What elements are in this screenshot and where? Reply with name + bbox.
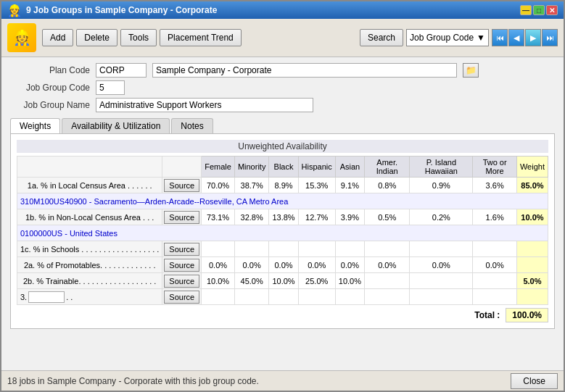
row-2b-source-button[interactable]: Source [164, 275, 199, 288]
delete-button[interactable]: Delete [76, 29, 117, 46]
row-1b-hispanic: 12.7% [298, 209, 335, 225]
row-1b-black: 13.8% [269, 209, 298, 225]
row-1a-p-island: 0.9% [410, 178, 473, 193]
close-button[interactable]: Close [511, 373, 558, 389]
row-2b-label: 2b. % Trainable. . . . . . . . . . . . .… [17, 273, 162, 289]
nav-last-button[interactable]: ⏭ [542, 29, 558, 46]
folder-button[interactable]: 📁 [463, 63, 479, 78]
tab-availability[interactable]: Availability & Utilization [62, 118, 170, 133]
geo-link-1b[interactable]: 0100000US - United States [17, 225, 548, 241]
row-2a-female: 0.0% [202, 257, 235, 273]
row-3-text: 3. [20, 293, 27, 301]
row-2a-amer-indian: 0.0% [365, 257, 410, 273]
group-code-dropdown[interactable]: Job Group Code ▼ [406, 29, 489, 46]
total-label: Total : [474, 310, 500, 320]
nav-first-button[interactable]: ⏮ [492, 29, 508, 46]
row-1a-source-button[interactable]: Source [164, 179, 199, 192]
table-title: Unweighted Availability [17, 140, 548, 153]
col-amer-indian: Amer. Indian [365, 157, 410, 178]
row-2a-minority: 0.0% [234, 257, 269, 273]
col-hispanic: Hispanic [298, 157, 335, 178]
job-group-name-row: Job Group Name [10, 98, 555, 112]
geo-row-1a: 310M100US40900 - Sacramento—Arden-Arcade… [17, 193, 548, 209]
nav-next-button[interactable]: ▶ [525, 29, 541, 46]
col-female: Female [202, 157, 235, 178]
row-1b-female: 73.1% [202, 209, 235, 225]
plan-code-row: Plan Code 📁 [10, 63, 555, 78]
weights-table: Female Minority Black Hispanic Asian Ame… [17, 156, 548, 305]
add-button[interactable]: Add [42, 29, 73, 46]
row-1a-hispanic: 15.3% [298, 178, 335, 193]
row-2b-hispanic: 25.0% [298, 273, 335, 289]
row-1c-label: 1c. % in Schools . . . . . . . . . . . .… [17, 241, 162, 257]
row-1b-source-cell: Source [162, 209, 202, 225]
close-titlebar-button[interactable]: ✕ [546, 5, 558, 15]
job-group-name-input[interactable] [96, 98, 313, 112]
row-1a-weight: 85.0% [516, 178, 548, 193]
row-3-source-cell: Source [162, 289, 202, 305]
col-black: Black [269, 157, 298, 178]
row-1c-source-button[interactable]: Source [164, 243, 199, 256]
status-message: 18 jobs in Sample Company - Corporate wi… [7, 376, 259, 386]
row-2b-source-cell: Source [162, 273, 202, 289]
col-p-island: P. Island Hawaiian [410, 157, 473, 178]
company-name-input[interactable] [152, 63, 457, 78]
row-2b-black: 10.0% [269, 273, 298, 289]
col-minority: Minority [234, 157, 269, 178]
row-3-two-more [473, 289, 517, 305]
group-code-label: Job Group Code [410, 33, 474, 43]
row-1a-asian: 9.1% [335, 178, 364, 193]
row-3-source-button[interactable]: Source [164, 291, 199, 304]
main-content: Plan Code 📁 Job Group Code Job Group Nam… [1, 57, 564, 370]
row-1c-minority [234, 241, 269, 257]
row-3-dots: . . [66, 293, 73, 301]
maximize-button[interactable]: □ [533, 5, 545, 15]
statusbar: 18 jobs in Sample Company - Corporate wi… [1, 370, 564, 391]
row-3-asian [335, 289, 364, 305]
minimize-button[interactable]: — [520, 5, 532, 15]
geo-link-1a[interactable]: 310M100US40900 - Sacramento—Arden-Arcade… [17, 193, 548, 209]
row-1b-weight: 10.0% [516, 209, 548, 225]
row-2b-weight: 5.0% [516, 273, 548, 289]
row-1b-source-button[interactable]: Source [164, 211, 199, 224]
row-2b-p-island [410, 273, 473, 289]
row-3-amer-indian [365, 289, 410, 305]
tab-notes[interactable]: Notes [171, 118, 213, 133]
search-button[interactable]: Search [360, 29, 403, 46]
row-3-input[interactable] [28, 291, 65, 303]
tab-weights[interactable]: Weights [10, 118, 60, 133]
row-2b-two-more [473, 273, 517, 289]
row-1b-amer-indian: 0.5% [365, 209, 410, 225]
nav-prev-button[interactable]: ◀ [508, 29, 524, 46]
row-2a-weight [516, 257, 548, 273]
row-2b-minority: 45.0% [234, 273, 269, 289]
titlebar: 👷 9 Job Groups in Sample Company - Corpo… [1, 1, 564, 19]
row-2a-label: 2a. % of Promotables. . . . . . . . . . … [17, 257, 162, 273]
row-3-female [202, 289, 235, 305]
row-2a-source-button[interactable]: Source [164, 259, 199, 272]
row-1b-minority: 32.8% [234, 209, 269, 225]
row-1c-p-island [410, 241, 473, 257]
geo-row-1b: 0100000US - United States [17, 225, 548, 241]
row-2b-asian: 10.0% [335, 273, 364, 289]
row-3-hispanic [298, 289, 335, 305]
row-3-p-island [410, 289, 473, 305]
table-row: 1c. % in Schools . . . . . . . . . . . .… [17, 241, 548, 257]
placement-trend-button[interactable]: Placement Trend [160, 29, 242, 46]
row-2b-female: 10.0% [202, 273, 235, 289]
tab-content-weights: Unweighted Availability Female Minority … [10, 133, 555, 329]
row-2a-two-more: 0.0% [473, 257, 517, 273]
row-3-weight [516, 289, 548, 305]
row-1c-source-cell: Source [162, 241, 202, 257]
row-2a-hispanic: 0.0% [298, 257, 335, 273]
nav-buttons: ⏮ ◀ ▶ ⏭ [492, 29, 558, 46]
row-3-label: 3. . . [17, 289, 162, 305]
row-3-minority [234, 289, 269, 305]
col-two-or-more: Two or More [473, 157, 517, 178]
table-row: 1a. % in Local Census Area . . . . . . S… [17, 178, 548, 193]
job-group-code-input[interactable] [96, 80, 125, 95]
dropdown-arrow-icon[interactable]: ▼ [477, 33, 485, 43]
tools-button[interactable]: Tools [120, 29, 157, 46]
job-group-code-label: Job Group Code [10, 83, 90, 93]
plan-code-input[interactable] [96, 63, 147, 78]
